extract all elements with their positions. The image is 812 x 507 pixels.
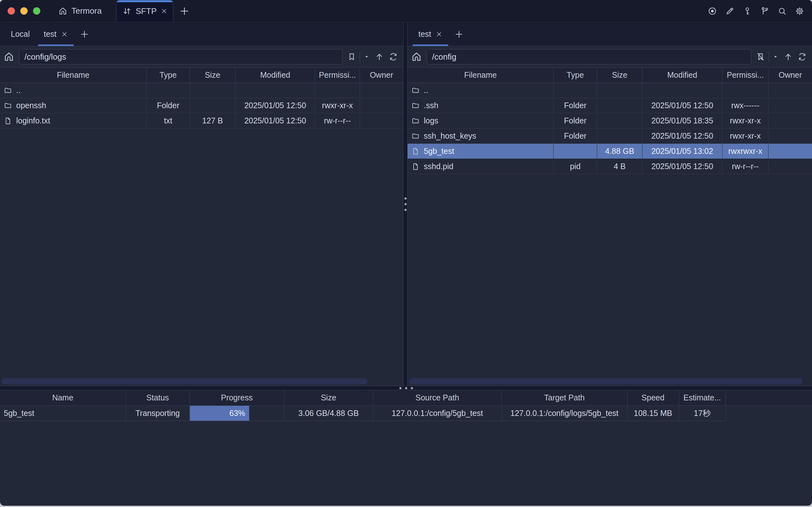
- bookmark-icon[interactable]: [347, 52, 357, 62]
- right-file-list: FilenameTypeSizeModifiedPermissi...Owner…: [408, 67, 812, 377]
- column-header[interactable]: Size: [597, 68, 643, 83]
- table-row[interactable]: ..: [408, 83, 812, 98]
- transfer-estimate: 17秒: [679, 405, 726, 421]
- file-name: 5gb_test: [424, 147, 454, 156]
- table-row[interactable]: .sshFolder2025/01/05 12:50rwx------: [408, 98, 812, 113]
- left-path-input[interactable]: [19, 49, 342, 64]
- traffic-lights: [0, 0, 40, 22]
- close-window-button[interactable]: [8, 7, 15, 15]
- table-row[interactable]: logsFolder2025/01/05 18:35rwxr-xr-x: [408, 113, 812, 128]
- column-header[interactable]: Permissi...: [722, 68, 768, 83]
- column-header[interactable]: Filename: [0, 68, 146, 83]
- column-header[interactable]: Owner: [360, 68, 403, 83]
- column-header[interactable]: Modified: [235, 68, 315, 83]
- file-owner: [768, 83, 812, 98]
- column-header[interactable]: Modified: [642, 68, 722, 83]
- folder-icon: [412, 102, 420, 110]
- transfer-table: NameStatusProgressSizeSource PathTarget …: [0, 390, 812, 421]
- record-icon[interactable]: [708, 6, 717, 16]
- column-header[interactable]: Size: [284, 390, 373, 405]
- file-type: [554, 144, 597, 159]
- home-button[interactable]: [3, 51, 15, 62]
- new-window-tab-button[interactable]: [173, 0, 196, 22]
- divider: [768, 52, 769, 62]
- column-header[interactable]: Type: [146, 68, 190, 83]
- zoom-window-button[interactable]: [33, 7, 40, 15]
- column-header[interactable]: Filename: [408, 68, 554, 83]
- table-row[interactable]: ..: [0, 83, 403, 98]
- minimize-window-button[interactable]: [20, 7, 28, 15]
- left-file-list: FilenameTypeSizeModifiedPermissi...Owner…: [0, 67, 403, 377]
- chevron-down-icon[interactable]: [772, 53, 779, 60]
- vertical-splitter[interactable]: [403, 22, 408, 386]
- file-name: ..: [16, 86, 21, 95]
- plus-icon: [179, 6, 190, 16]
- scrollbar-thumb[interactable]: [409, 378, 803, 385]
- transfer-arrows-icon: [122, 6, 132, 16]
- folder-icon: [412, 117, 420, 125]
- file-owner: [768, 144, 812, 159]
- transfer-row[interactable]: 5gb_testTransporting63%3.06 GB/4.88 GB12…: [0, 405, 812, 421]
- table-row[interactable]: 5gb_test4.88 GB2025/01/05 13:02rwxrwxr-x: [408, 144, 812, 159]
- file-owner: [768, 113, 812, 128]
- table-row[interactable]: loginfo.txttxt127 B2025/01/05 12:50rw-r-…: [0, 113, 403, 128]
- file-owner: [768, 159, 812, 174]
- tab-test-left[interactable]: test: [37, 22, 75, 46]
- refresh-icon[interactable]: [388, 52, 398, 62]
- splitter-grip: [399, 387, 413, 389]
- file-modified: 2025/01/05 12:50: [642, 159, 722, 174]
- transfer-speed: 108.15 MB: [627, 405, 679, 421]
- tab-local[interactable]: Local: [4, 22, 37, 46]
- table-row[interactable]: ssh_host_keysFolder2025/01/05 12:50rwxr-…: [408, 128, 812, 144]
- tab-close-icon[interactable]: [61, 31, 68, 38]
- up-directory-icon[interactable]: [783, 52, 793, 62]
- tab-test-right[interactable]: test: [412, 22, 449, 46]
- app-home[interactable]: Termora: [58, 0, 102, 22]
- tab-close-icon[interactable]: [161, 8, 168, 15]
- column-header[interactable]: Speed: [627, 390, 679, 405]
- new-tab-button-right[interactable]: [449, 22, 469, 46]
- column-header[interactable]: Permissi...: [315, 68, 360, 83]
- bookmark-slash-icon[interactable]: [756, 52, 765, 62]
- right-path-input[interactable]: [427, 49, 751, 64]
- home-button[interactable]: [411, 51, 422, 62]
- app-window: Termora SFTP Local: [0, 0, 812, 506]
- divider: [360, 52, 360, 62]
- column-header[interactable]: Estimate...: [679, 390, 726, 405]
- column-header[interactable]: Source Path: [373, 390, 501, 405]
- file-owner: [360, 83, 403, 98]
- file-size: [190, 83, 235, 98]
- file-permissions: rwxrwxr-x: [722, 144, 768, 159]
- key-icon[interactable]: [743, 6, 752, 16]
- transfer-source-path: 127.0.0.1:/config/5gb_test: [373, 405, 501, 421]
- settings-icon[interactable]: [795, 6, 804, 16]
- column-header[interactable]: Owner: [768, 68, 812, 83]
- file-permissions: rw-r--r--: [315, 113, 360, 128]
- table-row[interactable]: opensshFolder2025/01/05 12:50rwxr-xr-x: [0, 98, 403, 113]
- branch-icon[interactable]: [760, 6, 769, 16]
- table-row[interactable]: sshd.pidpid4 B2025/01/05 12:50rw-r--r--: [408, 159, 812, 174]
- file-permissions: rwxr-xr-x: [722, 128, 768, 144]
- column-header[interactable]: Name: [0, 390, 126, 405]
- column-header[interactable]: Target Path: [501, 390, 627, 405]
- column-header[interactable]: Status: [126, 390, 190, 405]
- search-icon[interactable]: [777, 6, 787, 16]
- left-pane-tabs: Local test: [0, 22, 403, 46]
- column-header[interactable]: Size: [190, 68, 235, 83]
- scrollbar-thumb[interactable]: [2, 378, 368, 385]
- up-directory-icon[interactable]: [375, 52, 384, 62]
- folder-icon: [412, 86, 420, 95]
- tab-sftp[interactable]: SFTP: [116, 0, 173, 22]
- titlebar: Termora SFTP: [0, 0, 812, 22]
- refresh-icon[interactable]: [797, 52, 807, 62]
- chevron-down-icon[interactable]: [363, 53, 370, 60]
- tab-close-icon[interactable]: [436, 31, 442, 38]
- horizontal-splitter[interactable]: [0, 386, 812, 390]
- column-header[interactable]: Type: [554, 68, 597, 83]
- file-name: openssh: [16, 101, 46, 110]
- column-header[interactable]: Progress: [190, 390, 284, 405]
- edit-icon[interactable]: [725, 6, 735, 16]
- new-tab-button-left[interactable]: [75, 22, 94, 46]
- folder-icon: [4, 86, 12, 95]
- file-size: [190, 98, 235, 113]
